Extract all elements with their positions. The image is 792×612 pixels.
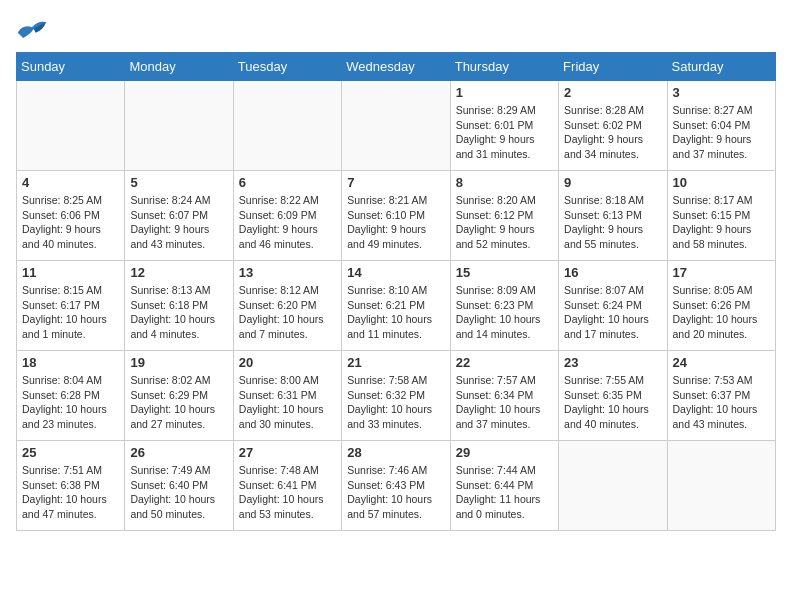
day-number: 2 — [564, 85, 661, 100]
calendar-cell: 29Sunrise: 7:44 AMSunset: 6:44 PMDayligh… — [450, 441, 558, 531]
calendar-cell: 18Sunrise: 8:04 AMSunset: 6:28 PMDayligh… — [17, 351, 125, 441]
day-number: 21 — [347, 355, 444, 370]
calendar-cell: 9Sunrise: 8:18 AMSunset: 6:13 PMDaylight… — [559, 171, 667, 261]
day-number: 26 — [130, 445, 227, 460]
calendar-cell: 8Sunrise: 8:20 AMSunset: 6:12 PMDaylight… — [450, 171, 558, 261]
day-info: Sunrise: 8:15 AMSunset: 6:17 PMDaylight:… — [22, 283, 119, 342]
day-number: 25 — [22, 445, 119, 460]
day-number: 24 — [673, 355, 770, 370]
calendar-cell: 24Sunrise: 7:53 AMSunset: 6:37 PMDayligh… — [667, 351, 775, 441]
calendar-cell: 13Sunrise: 8:12 AMSunset: 6:20 PMDayligh… — [233, 261, 341, 351]
day-number: 12 — [130, 265, 227, 280]
calendar-cell: 5Sunrise: 8:24 AMSunset: 6:07 PMDaylight… — [125, 171, 233, 261]
logo-bird-icon — [16, 16, 48, 44]
calendar-cell: 2Sunrise: 8:28 AMSunset: 6:02 PMDaylight… — [559, 81, 667, 171]
day-number: 20 — [239, 355, 336, 370]
weekday-header-monday: Monday — [125, 53, 233, 81]
calendar-cell: 12Sunrise: 8:13 AMSunset: 6:18 PMDayligh… — [125, 261, 233, 351]
page-header — [16, 16, 776, 44]
day-number: 14 — [347, 265, 444, 280]
day-number: 19 — [130, 355, 227, 370]
day-info: Sunrise: 8:22 AMSunset: 6:09 PMDaylight:… — [239, 193, 336, 252]
day-info: Sunrise: 7:46 AMSunset: 6:43 PMDaylight:… — [347, 463, 444, 522]
weekday-header-wednesday: Wednesday — [342, 53, 450, 81]
day-info: Sunrise: 8:24 AMSunset: 6:07 PMDaylight:… — [130, 193, 227, 252]
day-number: 16 — [564, 265, 661, 280]
day-info: Sunrise: 8:17 AMSunset: 6:15 PMDaylight:… — [673, 193, 770, 252]
day-info: Sunrise: 8:04 AMSunset: 6:28 PMDaylight:… — [22, 373, 119, 432]
day-number: 28 — [347, 445, 444, 460]
calendar-cell: 16Sunrise: 8:07 AMSunset: 6:24 PMDayligh… — [559, 261, 667, 351]
day-info: Sunrise: 7:55 AMSunset: 6:35 PMDaylight:… — [564, 373, 661, 432]
calendar-week-2: 4Sunrise: 8:25 AMSunset: 6:06 PMDaylight… — [17, 171, 776, 261]
calendar-week-1: 1Sunrise: 8:29 AMSunset: 6:01 PMDaylight… — [17, 81, 776, 171]
day-number: 22 — [456, 355, 553, 370]
day-number: 9 — [564, 175, 661, 190]
day-info: Sunrise: 7:51 AMSunset: 6:38 PMDaylight:… — [22, 463, 119, 522]
calendar-cell: 6Sunrise: 8:22 AMSunset: 6:09 PMDaylight… — [233, 171, 341, 261]
calendar-cell: 15Sunrise: 8:09 AMSunset: 6:23 PMDayligh… — [450, 261, 558, 351]
day-number: 6 — [239, 175, 336, 190]
day-info: Sunrise: 8:28 AMSunset: 6:02 PMDaylight:… — [564, 103, 661, 162]
calendar-cell — [342, 81, 450, 171]
calendar-cell: 19Sunrise: 8:02 AMSunset: 6:29 PMDayligh… — [125, 351, 233, 441]
day-number: 5 — [130, 175, 227, 190]
calendar-cell — [125, 81, 233, 171]
day-number: 7 — [347, 175, 444, 190]
calendar-cell: 17Sunrise: 8:05 AMSunset: 6:26 PMDayligh… — [667, 261, 775, 351]
day-number: 11 — [22, 265, 119, 280]
day-info: Sunrise: 8:07 AMSunset: 6:24 PMDaylight:… — [564, 283, 661, 342]
calendar-cell — [559, 441, 667, 531]
day-info: Sunrise: 8:09 AMSunset: 6:23 PMDaylight:… — [456, 283, 553, 342]
day-info: Sunrise: 7:44 AMSunset: 6:44 PMDaylight:… — [456, 463, 553, 522]
day-info: Sunrise: 8:00 AMSunset: 6:31 PMDaylight:… — [239, 373, 336, 432]
weekday-header-saturday: Saturday — [667, 53, 775, 81]
calendar-cell: 14Sunrise: 8:10 AMSunset: 6:21 PMDayligh… — [342, 261, 450, 351]
day-number: 4 — [22, 175, 119, 190]
calendar-cell — [233, 81, 341, 171]
day-number: 3 — [673, 85, 770, 100]
day-number: 23 — [564, 355, 661, 370]
calendar-cell: 28Sunrise: 7:46 AMSunset: 6:43 PMDayligh… — [342, 441, 450, 531]
calendar-cell — [667, 441, 775, 531]
calendar-cell: 3Sunrise: 8:27 AMSunset: 6:04 PMDaylight… — [667, 81, 775, 171]
day-info: Sunrise: 8:10 AMSunset: 6:21 PMDaylight:… — [347, 283, 444, 342]
day-number: 17 — [673, 265, 770, 280]
calendar-cell: 26Sunrise: 7:49 AMSunset: 6:40 PMDayligh… — [125, 441, 233, 531]
day-info: Sunrise: 7:48 AMSunset: 6:41 PMDaylight:… — [239, 463, 336, 522]
day-number: 13 — [239, 265, 336, 280]
day-info: Sunrise: 8:25 AMSunset: 6:06 PMDaylight:… — [22, 193, 119, 252]
calendar-cell: 21Sunrise: 7:58 AMSunset: 6:32 PMDayligh… — [342, 351, 450, 441]
calendar-cell: 4Sunrise: 8:25 AMSunset: 6:06 PMDaylight… — [17, 171, 125, 261]
calendar-cell — [17, 81, 125, 171]
calendar-week-5: 25Sunrise: 7:51 AMSunset: 6:38 PMDayligh… — [17, 441, 776, 531]
day-number: 18 — [22, 355, 119, 370]
calendar-table: SundayMondayTuesdayWednesdayThursdayFrid… — [16, 52, 776, 531]
day-info: Sunrise: 8:21 AMSunset: 6:10 PMDaylight:… — [347, 193, 444, 252]
calendar-cell: 23Sunrise: 7:55 AMSunset: 6:35 PMDayligh… — [559, 351, 667, 441]
calendar-week-3: 11Sunrise: 8:15 AMSunset: 6:17 PMDayligh… — [17, 261, 776, 351]
calendar-cell: 20Sunrise: 8:00 AMSunset: 6:31 PMDayligh… — [233, 351, 341, 441]
day-number: 1 — [456, 85, 553, 100]
calendar-week-4: 18Sunrise: 8:04 AMSunset: 6:28 PMDayligh… — [17, 351, 776, 441]
day-info: Sunrise: 7:58 AMSunset: 6:32 PMDaylight:… — [347, 373, 444, 432]
weekday-header-friday: Friday — [559, 53, 667, 81]
day-number: 10 — [673, 175, 770, 190]
calendar-cell: 10Sunrise: 8:17 AMSunset: 6:15 PMDayligh… — [667, 171, 775, 261]
day-info: Sunrise: 8:02 AMSunset: 6:29 PMDaylight:… — [130, 373, 227, 432]
day-info: Sunrise: 8:12 AMSunset: 6:20 PMDaylight:… — [239, 283, 336, 342]
day-info: Sunrise: 7:57 AMSunset: 6:34 PMDaylight:… — [456, 373, 553, 432]
calendar-cell: 7Sunrise: 8:21 AMSunset: 6:10 PMDaylight… — [342, 171, 450, 261]
calendar-cell: 1Sunrise: 8:29 AMSunset: 6:01 PMDaylight… — [450, 81, 558, 171]
calendar-cell: 22Sunrise: 7:57 AMSunset: 6:34 PMDayligh… — [450, 351, 558, 441]
day-number: 27 — [239, 445, 336, 460]
day-info: Sunrise: 7:53 AMSunset: 6:37 PMDaylight:… — [673, 373, 770, 432]
day-info: Sunrise: 7:49 AMSunset: 6:40 PMDaylight:… — [130, 463, 227, 522]
calendar-cell: 11Sunrise: 8:15 AMSunset: 6:17 PMDayligh… — [17, 261, 125, 351]
weekday-header-sunday: Sunday — [17, 53, 125, 81]
weekday-header-thursday: Thursday — [450, 53, 558, 81]
day-info: Sunrise: 8:27 AMSunset: 6:04 PMDaylight:… — [673, 103, 770, 162]
day-info: Sunrise: 8:29 AMSunset: 6:01 PMDaylight:… — [456, 103, 553, 162]
logo — [16, 16, 52, 44]
day-number: 15 — [456, 265, 553, 280]
